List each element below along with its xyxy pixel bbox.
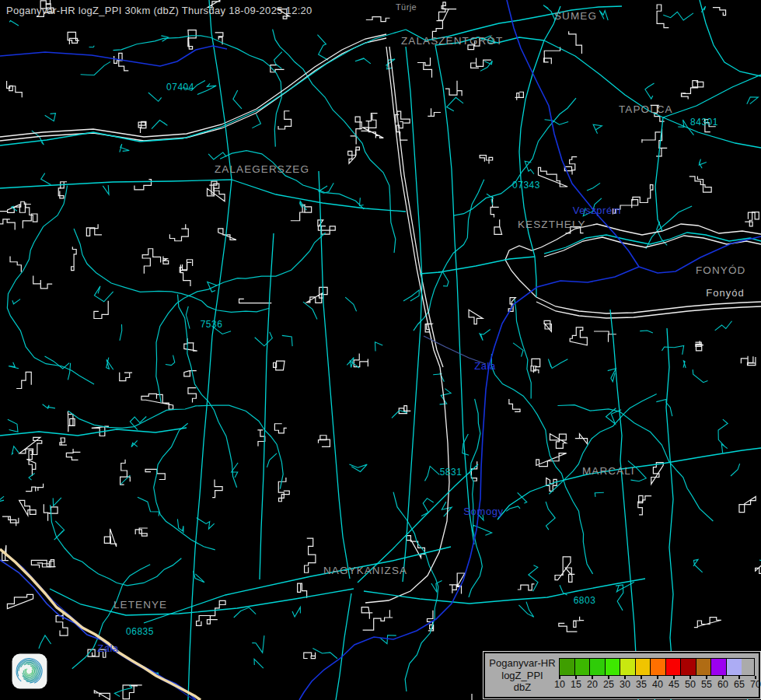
road-label-5831: 5831	[440, 467, 463, 478]
legend-tick-label: 70	[750, 679, 761, 690]
county-label-veszpre-m: Veszprém	[573, 205, 622, 216]
legend-tick-label: 10	[554, 679, 565, 690]
legend-swatch-50	[681, 659, 696, 675]
city-label-nagykanizsa: NAGYKANIZSA	[323, 565, 407, 576]
city-label-marcali: MARCALI	[582, 465, 635, 477]
legend-line-unit: dbZ	[487, 681, 558, 694]
legend-swatch-20	[590, 659, 606, 675]
legend-swatch-45	[666, 659, 682, 675]
legend-tick-label: 30	[620, 679, 630, 690]
legend-line-product: Poganyvar-HR	[487, 657, 558, 670]
product-title: Poganyvar-HR logZ_PPI 30km (dbZ) Thursda…	[6, 5, 312, 16]
hungaromet-logo	[12, 653, 47, 689]
station-label-fonyo-d: Fonyód	[706, 287, 744, 299]
legend-swatch-40	[651, 659, 666, 675]
legend-tick-label: 40	[652, 679, 663, 690]
county-label-zala: Zala	[97, 642, 119, 654]
road-label-07343: 07343	[512, 180, 540, 191]
city-label-letenye: LETENYE	[113, 599, 167, 611]
legend-swatch-30	[620, 659, 636, 675]
city-label-fonyo-d: FONYÓD	[696, 264, 745, 276]
legend-swatch-15	[575, 659, 591, 675]
legend-tick-label: 20	[587, 679, 598, 690]
legend-swatch-55	[696, 659, 712, 675]
city-label-zalaszentgro-t: ZALASZENTGRÓT	[401, 35, 503, 47]
legend-line-product2: logZ_PPI	[487, 670, 558, 682]
road-label-7536: 7536	[201, 319, 223, 330]
county-label-zala: Zala	[474, 360, 496, 372]
city-label-keszthely: KESZTHELY	[518, 219, 586, 230]
legend-swatch-35	[636, 659, 651, 675]
radar-viewport: TürjeZALASZENTGRÓTSÜMEGTAPOLCAZALAEGERSZ…	[0, 0, 761, 700]
legend-tick-label: 35	[636, 679, 647, 690]
legend-tick-label: 50	[685, 679, 696, 690]
legend-tick-label: 45	[668, 679, 679, 690]
road-label-06835: 06835	[126, 626, 154, 637]
road-label-84301: 84301	[690, 117, 718, 128]
legend-tick-label: 15	[571, 679, 581, 690]
county-label-somogy: Somogy	[463, 506, 503, 517]
legend-tick-row: 10152025303540455055606570	[559, 676, 756, 693]
road-label-07404: 07404	[166, 82, 194, 93]
legend-swatch-10	[560, 659, 575, 675]
legend-tick-label: 55	[701, 679, 712, 690]
city-label-tu-rje: Türje	[396, 2, 417, 12]
legend-product-name: Poganyvar-HR logZ_PPI dbZ	[487, 657, 558, 694]
legend-panel: Poganyvar-HR logZ_PPI dbZ 10152025303540…	[483, 652, 760, 698]
city-label-zalaegerszeg: ZALAEGERSZEG	[215, 163, 309, 175]
legend-tick-label: 60	[717, 679, 728, 690]
legend-color-scale: 10152025303540455055606570	[559, 658, 756, 693]
legend-tick-label: 25	[603, 679, 614, 690]
legend-tick-label: 65	[734, 679, 745, 690]
spiral-logo-icon	[12, 653, 47, 689]
legend-swatch-65	[727, 659, 742, 675]
road-label-6803: 6803	[574, 595, 596, 606]
legend-swatch-60	[711, 659, 727, 675]
city-label-tapolca: TAPOLCA	[619, 103, 673, 115]
legend-swatch-row	[559, 658, 755, 676]
city-label-su-meg: SÜMEG	[554, 10, 597, 22]
map-labels-layer: TürjeZALASZENTGRÓTSÜMEGTAPOLCAZALAEGERSZ…	[0, 0, 761, 700]
legend-swatch-25	[606, 659, 621, 675]
